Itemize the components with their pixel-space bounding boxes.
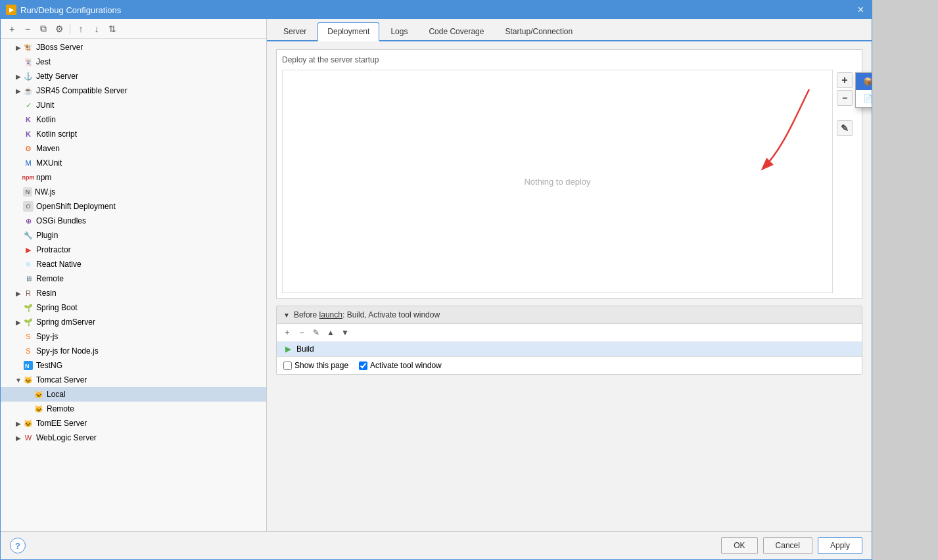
- tree-item-tomcat[interactable]: ▼ 🐱 Tomcat Server: [1, 373, 266, 387]
- nwjs-label: NW.js: [35, 187, 55, 197]
- spacer-react-native: [14, 260, 23, 269]
- spacer-openshift: [14, 202, 23, 211]
- move-up-button[interactable]: ↑: [74, 22, 88, 36]
- deploy-list-area: Nothing to deploy: [282, 70, 833, 293]
- toolbar-separator: [70, 24, 70, 34]
- plugin-icon: 🔧: [23, 230, 34, 241]
- dropdown-artifact[interactable]: 📦 Artifact...: [856, 73, 872, 90]
- protractor-icon: ▶: [23, 245, 34, 255]
- spacer-spy-js-node: [14, 346, 23, 356]
- add-deploy-dropdown: 📦 Artifact... 📄 External Source...: [855, 72, 872, 108]
- bottom-options: Show this page Activate tool window: [277, 357, 862, 374]
- tree-item-spring-dm[interactable]: ▶ 🌱 Spring dmServer: [1, 315, 266, 329]
- spacer-jest: [14, 57, 23, 66]
- tree-item-spring-boot[interactable]: 🌱 Spring Boot: [1, 300, 266, 315]
- right-content: Deploy at the server startup Nothing to …: [267, 41, 872, 531]
- show-page-label[interactable]: Show this page: [283, 361, 348, 370]
- add-config-button[interactable]: +: [5, 22, 19, 36]
- bl-remove-button[interactable]: −: [295, 326, 308, 339]
- expand-tomee: ▶: [14, 419, 23, 428]
- expand-jetty: ▶: [14, 72, 23, 81]
- tree-item-spy-js[interactable]: S Spy-js: [1, 329, 266, 344]
- kotlin-script-icon: K: [23, 129, 34, 139]
- tab-code-coverage[interactable]: Code Coverage: [419, 22, 494, 40]
- before-launch-title-text: Before: [294, 310, 319, 319]
- tree-item-react-native[interactable]: ⚛ React Native: [1, 257, 266, 271]
- tree-item-jsr45[interactable]: ▶ ☕ JSR45 Compatible Server: [1, 83, 266, 98]
- tree-item-nwjs[interactable]: N NW.js: [1, 185, 266, 199]
- tab-server[interactable]: Server: [273, 22, 316, 40]
- tree-item-plugin[interactable]: 🔧 Plugin: [1, 228, 266, 243]
- mxunit-icon: M: [23, 158, 34, 168]
- tree-item-tomcat-local[interactable]: 🐱 Local: [1, 387, 266, 402]
- activate-window-text: Activate tool window: [370, 361, 442, 370]
- tree-item-tomcat-remote[interactable]: 🐱 Remote: [1, 402, 266, 416]
- collapse-before-launch[interactable]: ▼: [283, 312, 290, 319]
- resin-icon: R: [23, 288, 34, 298]
- deploy-side-buttons: + 📦 Artifact... 📄 External: [833, 70, 856, 293]
- edit-deploy-button[interactable]: ✎: [837, 120, 853, 136]
- tree-item-protractor[interactable]: ▶ Protractor: [1, 243, 266, 257]
- tree-item-resin[interactable]: ▶ R Resin: [1, 286, 266, 300]
- copy-config-button[interactable]: ⧉: [36, 22, 51, 36]
- bl-up-button[interactable]: ▲: [324, 326, 337, 339]
- tree-item-kotlin-script[interactable]: K Kotlin script: [1, 127, 266, 141]
- bl-edit-button[interactable]: ✎: [310, 326, 323, 339]
- tab-logs[interactable]: Logs: [381, 22, 417, 40]
- svg-text:N: N: [25, 363, 30, 369]
- weblogic-label: WebLogic Server: [36, 433, 97, 442]
- remove-config-button[interactable]: −: [20, 22, 35, 36]
- before-launch-title-suffix: : Build, Activate tool window: [342, 310, 440, 319]
- tree-item-npm[interactable]: npm npm: [1, 170, 266, 185]
- expand-jboss: ▶: [14, 43, 23, 52]
- apply-button[interactable]: Apply: [818, 537, 862, 554]
- tree-item-weblogic[interactable]: ▶ W WebLogic Server: [1, 431, 266, 445]
- tree-item-kotlin[interactable]: K Kotlin: [1, 112, 266, 127]
- close-button[interactable]: ×: [855, 3, 866, 16]
- tab-deployment[interactable]: Deployment: [317, 22, 379, 41]
- deploy-area-wrap: Nothing to deploy + 📦 Artifact...: [282, 70, 856, 293]
- tree-item-spy-js-node[interactable]: S Spy-js for Node.js: [1, 344, 266, 358]
- bl-add-button[interactable]: +: [281, 326, 294, 339]
- bl-down-button[interactable]: ▼: [339, 326, 352, 339]
- tree-item-maven[interactable]: ⚙ Maven: [1, 141, 266, 156]
- activate-window-label[interactable]: Activate tool window: [359, 361, 442, 370]
- activate-window-checkbox[interactable]: [359, 362, 367, 370]
- remote-label: Remote: [36, 274, 64, 283]
- spy-js-node-label: Spy-js for Node.js: [36, 346, 99, 356]
- add-deploy-button[interactable]: +: [837, 72, 853, 88]
- tree-item-jetty[interactable]: ▶ ⚓ Jetty Server: [1, 69, 266, 83]
- remove-deploy-button[interactable]: −: [837, 90, 853, 106]
- tree-item-jboss[interactable]: ▶ 🐮 JBoss Server: [1, 40, 266, 55]
- tree-item-remote[interactable]: 🖥 Remote: [1, 271, 266, 286]
- cancel-button[interactable]: Cancel: [763, 537, 812, 554]
- tree-item-tomee[interactable]: ▶ 🐱 TomEE Server: [1, 416, 266, 431]
- dropdown-external-source[interactable]: 📄 External Source...: [856, 90, 872, 107]
- tab-startup-connection[interactable]: Startup/Connection: [495, 22, 582, 40]
- title-bar: ▶ Run/Debug Configurations ×: [1, 1, 872, 19]
- show-page-checkbox[interactable]: [283, 362, 292, 370]
- tree-item-junit[interactable]: ✓ JUnit: [1, 98, 266, 112]
- jetty-icon: ⚓: [23, 71, 34, 82]
- kotlin-label: Kotlin: [36, 115, 56, 124]
- tree-item-jest[interactable]: 🃏 Jest: [1, 55, 266, 69]
- testng-label: TestNG: [36, 361, 62, 370]
- weblogic-icon: W: [23, 432, 34, 443]
- sort-button[interactable]: ⇅: [105, 22, 120, 36]
- tree-item-mxunit[interactable]: M MXUnit: [1, 156, 266, 170]
- spacer-protractor: [14, 245, 23, 254]
- tree-item-osgi[interactable]: ⊕ OSGi Bundles: [1, 214, 266, 228]
- tree-item-testng[interactable]: N TestNG: [1, 358, 266, 373]
- tree-item-openshift[interactable]: O OpenShift Deployment: [1, 199, 266, 214]
- settings-config-button[interactable]: ⚙: [52, 22, 66, 36]
- spring-dm-label: Spring dmServer: [36, 317, 95, 327]
- tomcat-local-icon: 🐱: [34, 389, 44, 400]
- spacer-kotlin-script: [14, 129, 23, 139]
- maven-label: Maven: [36, 144, 60, 153]
- main-content: + − ⧉ ⚙ ↑ ↓ ⇅ ▶ 🐮 JBoss Server: [1, 19, 872, 531]
- move-down-button[interactable]: ↓: [89, 22, 104, 36]
- help-button[interactable]: ?: [10, 538, 26, 553]
- ok-button[interactable]: OK: [721, 537, 757, 554]
- jsr45-label: JSR45 Compatible Server: [36, 86, 128, 95]
- protractor-label: Protractor: [36, 245, 71, 254]
